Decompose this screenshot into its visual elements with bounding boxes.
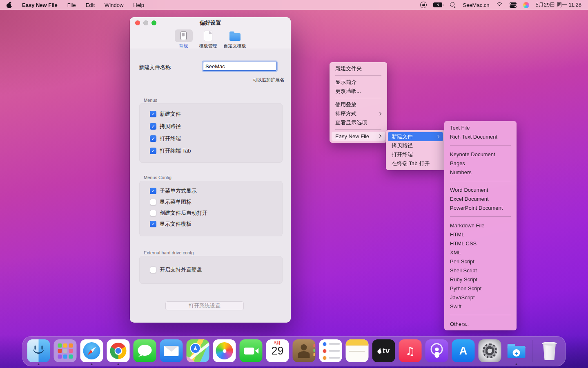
menu-item-python-script[interactable]: Python Script <box>446 284 514 293</box>
dock-icon-maps[interactable] <box>187 339 209 362</box>
menu-item-html-css[interactable]: HTML CSS <box>446 239 514 248</box>
dock-icon-notes[interactable] <box>346 339 369 362</box>
menu-item-excel-document[interactable]: Excel Document <box>446 194 514 203</box>
open-system-settings-button[interactable]: 打开系统设置 <box>165 301 244 310</box>
tab-template-manage[interactable]: 模板管理 <box>199 29 217 49</box>
menu-item-html[interactable]: HTML <box>446 230 514 239</box>
dock-icon-calendar[interactable]: 5月 29 <box>266 339 289 362</box>
menu-item-pages[interactable]: Pages <box>446 159 514 168</box>
app-store-icon: A <box>452 339 475 362</box>
new-file-name-input[interactable] <box>203 62 276 71</box>
menu-separator <box>444 141 517 150</box>
checkbox-row: 子菜单方式显示 <box>150 186 272 195</box>
menu-item-ruby-script[interactable]: Ruby Script <box>446 275 514 284</box>
menu-item-text-file[interactable]: Text File <box>446 123 514 132</box>
menu-item-javascript[interactable]: JavaScript <box>446 293 514 302</box>
tab-custom-template[interactable]: 自定义模板 <box>224 29 246 49</box>
messages-icon <box>134 339 156 362</box>
dock-icon-trash[interactable] <box>538 339 561 362</box>
checkbox[interactable] <box>150 148 156 154</box>
easy-new-file-submenu: 新建文件 拷贝路径 打开终端 在终端 Tab 打开 <box>386 130 445 170</box>
dock-icon-launchpad[interactable] <box>54 339 77 362</box>
menu-item-easy-new-file[interactable]: Easy New File <box>332 132 385 141</box>
menu-item-word-document[interactable]: Word Document <box>446 185 514 194</box>
dock-icon-podcasts[interactable] <box>425 339 448 362</box>
spotlight-search-icon[interactable] <box>450 2 456 8</box>
checkbox[interactable] <box>150 267 156 273</box>
dock-icon-mail[interactable] <box>160 339 183 362</box>
menu-item-markdown-file[interactable]: Markdown File <box>446 221 514 230</box>
menu-item-new-file[interactable]: 新建文件 <box>388 132 443 141</box>
menu-item-keynote-document[interactable]: Keynote Document <box>446 150 514 159</box>
apple-menu-icon[interactable] <box>7 2 12 8</box>
dock-icon-messages[interactable] <box>134 339 156 362</box>
menu-item-perl-script[interactable]: Perl Script <box>446 257 514 266</box>
checkbox-row: 开启支持外置硬盘 <box>150 265 272 274</box>
check-icon <box>151 137 155 141</box>
checkbox-row: 打开终端 Tab <box>150 146 272 155</box>
menu-item-others[interactable]: Others.. <box>446 319 514 328</box>
menu-separator <box>444 212 517 221</box>
dock-icon-safari[interactable] <box>80 339 103 362</box>
menu-item-numbers[interactable]: Numbers <box>446 168 514 177</box>
dock-icon-reminders[interactable] <box>319 339 342 362</box>
menu-item-xml[interactable]: XML <box>446 248 514 257</box>
menu-item-copy-path[interactable]: 拷贝路径 <box>388 141 443 150</box>
dock-icon-finder[interactable] <box>27 339 50 362</box>
menu-item-get-info[interactable]: 显示简介 <box>332 78 385 87</box>
menu-item-open-terminal-tab[interactable]: 在终端 Tab 打开 <box>388 159 443 168</box>
plus-icon: + <box>513 349 520 357</box>
dock-icon-chrome[interactable] <box>107 339 130 362</box>
menubar-item-file[interactable]: File <box>67 2 76 8</box>
status-server-text[interactable]: SeeMac.cn <box>463 2 489 8</box>
zoom-button[interactable] <box>151 20 156 25</box>
menu-item-sort-by[interactable]: 排序方式 <box>332 109 385 118</box>
dock-icon-facetime[interactable] <box>240 339 263 362</box>
close-button[interactable] <box>135 20 140 25</box>
preferences-toolbar: 常规 模板管理 自定义模板 <box>130 29 291 49</box>
menu-item-open-terminal[interactable]: 打开终端 <box>388 150 443 159</box>
menubar-datetime[interactable]: 5月29日 周一 11:28 <box>536 1 581 9</box>
dock-icon-app-store[interactable]: A <box>452 339 475 362</box>
menu-item-swift[interactable]: Swift <box>446 302 514 311</box>
dock-icon-photos[interactable] <box>213 339 236 362</box>
menu-item-new-folder[interactable]: 新建文件夹 <box>332 64 385 73</box>
menubar-app-name[interactable]: Easy New File <box>22 2 58 8</box>
window-titlebar[interactable]: 偏好设置 <box>130 17 291 29</box>
battery-icon[interactable] <box>433 2 443 7</box>
menubar-item-help[interactable]: Help <box>133 2 144 8</box>
siri-icon[interactable] <box>523 2 529 8</box>
dock-icon-music[interactable]: ♫ <box>399 339 422 362</box>
dock-icon-contacts[interactable] <box>293 339 316 362</box>
checkbox[interactable] <box>150 111 156 117</box>
dock-icon-apple-tv[interactable]: tv <box>372 339 395 362</box>
menubar-item-edit[interactable]: Edit <box>86 2 95 8</box>
menu-item-show-view-options[interactable]: 查看显示选项 <box>332 118 385 127</box>
checkbox[interactable] <box>150 221 156 227</box>
wifi-icon[interactable] <box>496 2 503 8</box>
dock-icon-system-settings[interactable] <box>479 339 501 362</box>
menu-item-change-wallpaper[interactable]: 更改墙纸... <box>332 87 385 96</box>
menu-item-use-stacks[interactable]: 使用叠放 <box>332 100 385 109</box>
section-title-external: External hard drive confg <box>144 250 194 255</box>
check-icon <box>151 189 155 193</box>
running-indicator <box>118 364 119 365</box>
checkbox[interactable] <box>150 188 156 194</box>
checkbox[interactable] <box>150 199 156 205</box>
menu-item-rich-text-document[interactable]: Rich Text Document <box>446 132 514 141</box>
control-center-icon[interactable] <box>510 2 517 8</box>
minimize-button[interactable] <box>143 20 148 25</box>
checkbox[interactable] <box>150 123 156 130</box>
menu-item-shell-script[interactable]: Shell Script <box>446 266 514 275</box>
menu-item-powerpoint-document[interactable]: PowerPoint Document <box>446 203 514 212</box>
desktop-context-menu: 新建文件夹 显示简介 更改墙纸... 使用叠放 排序方式 查看显示选项 Easy… <box>330 62 387 143</box>
tab-general[interactable]: 常规 <box>175 29 193 49</box>
menubar-item-window[interactable]: Window <box>105 2 123 8</box>
checkbox-row: 显示文件模板 <box>150 220 272 229</box>
photos-icon <box>213 339 236 362</box>
running-indicator <box>516 364 517 365</box>
checkbox[interactable] <box>150 135 156 142</box>
dock-icon-easy-new-file[interactable]: + <box>505 339 528 362</box>
switch-arrows-icon[interactable]: ⇄ <box>420 2 427 8</box>
checkbox[interactable] <box>150 210 156 216</box>
